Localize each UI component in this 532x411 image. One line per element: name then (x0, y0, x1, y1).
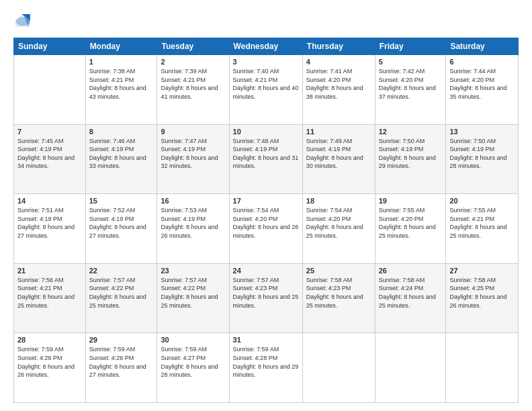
day-cell: 28Sunrise: 7:59 AMSunset: 4:26 PMDayligh… (14, 333, 86, 403)
day-number: 20 (449, 197, 515, 205)
header (13, 12, 519, 31)
day-info: Sunrise: 7:50 AMSunset: 4:19 PMDaylight:… (379, 137, 443, 171)
day-cell (446, 333, 519, 403)
day-cell: 29Sunrise: 7:59 AMSunset: 4:26 PMDayligh… (85, 333, 157, 403)
day-cell: 22Sunrise: 7:57 AMSunset: 4:22 PMDayligh… (85, 263, 157, 333)
day-cell: 11Sunrise: 7:49 AMSunset: 4:19 PMDayligh… (302, 124, 375, 194)
day-number: 24 (233, 267, 299, 275)
day-cell: 7Sunrise: 7:45 AMSunset: 4:19 PMDaylight… (14, 124, 86, 194)
day-cell: 19Sunrise: 7:55 AMSunset: 4:20 PMDayligh… (375, 194, 446, 264)
day-number: 11 (306, 128, 371, 136)
day-info: Sunrise: 7:51 AMSunset: 4:19 PMDaylight:… (17, 206, 82, 240)
day-info: Sunrise: 7:47 AMSunset: 4:19 PMDaylight:… (161, 137, 225, 171)
weekday-header-saturday: Saturday (446, 38, 519, 55)
day-cell: 30Sunrise: 7:59 AMSunset: 4:27 PMDayligh… (157, 333, 229, 403)
day-number: 8 (89, 128, 154, 136)
day-number: 5 (379, 58, 443, 66)
week-row-2: 7Sunrise: 7:45 AMSunset: 4:19 PMDaylight… (14, 124, 519, 194)
day-number: 10 (233, 128, 299, 136)
day-number: 16 (161, 197, 225, 205)
day-number: 7 (17, 128, 82, 136)
day-number: 9 (161, 128, 225, 136)
weekday-header-tuesday: Tuesday (157, 38, 229, 55)
day-number: 15 (89, 197, 154, 205)
day-info: Sunrise: 7:58 AMSunset: 4:24 PMDaylight:… (379, 276, 443, 310)
day-cell: 8Sunrise: 7:46 AMSunset: 4:19 PMDaylight… (85, 124, 157, 194)
day-cell (14, 55, 86, 125)
day-number: 29 (89, 336, 154, 344)
day-number: 3 (233, 58, 299, 66)
day-number: 26 (379, 267, 443, 275)
week-row-3: 14Sunrise: 7:51 AMSunset: 4:19 PMDayligh… (14, 194, 519, 264)
day-info: Sunrise: 7:57 AMSunset: 4:22 PMDaylight:… (89, 276, 154, 310)
day-cell: 10Sunrise: 7:48 AMSunset: 4:19 PMDayligh… (229, 124, 302, 194)
day-number: 25 (306, 267, 371, 275)
day-number: 22 (89, 267, 154, 275)
day-info: Sunrise: 7:55 AMSunset: 4:20 PMDaylight:… (379, 206, 443, 240)
week-row-5: 28Sunrise: 7:59 AMSunset: 4:26 PMDayligh… (14, 333, 519, 403)
day-info: Sunrise: 7:39 AMSunset: 4:21 PMDaylight:… (161, 67, 225, 101)
day-info: Sunrise: 7:59 AMSunset: 4:28 PMDaylight:… (233, 345, 299, 379)
day-info: Sunrise: 7:52 AMSunset: 4:19 PMDaylight:… (89, 206, 154, 240)
week-row-4: 21Sunrise: 7:56 AMSunset: 4:21 PMDayligh… (14, 263, 519, 333)
day-info: Sunrise: 7:59 AMSunset: 4:26 PMDaylight:… (89, 345, 154, 379)
day-number: 23 (161, 267, 225, 275)
day-info: Sunrise: 7:58 AMSunset: 4:25 PMDaylight:… (449, 276, 515, 310)
weekday-header-sunday: Sunday (14, 38, 86, 55)
day-cell: 24Sunrise: 7:57 AMSunset: 4:23 PMDayligh… (229, 263, 302, 333)
day-info: Sunrise: 7:44 AMSunset: 4:20 PMDaylight:… (449, 67, 515, 101)
day-cell: 3Sunrise: 7:40 AMSunset: 4:21 PMDaylight… (229, 55, 302, 125)
day-cell: 25Sunrise: 7:58 AMSunset: 4:23 PMDayligh… (302, 263, 375, 333)
day-number: 27 (449, 267, 515, 275)
day-cell: 18Sunrise: 7:54 AMSunset: 4:20 PMDayligh… (302, 194, 375, 264)
day-info: Sunrise: 7:42 AMSunset: 4:20 PMDaylight:… (379, 67, 443, 101)
day-number: 1 (89, 58, 154, 66)
day-cell: 16Sunrise: 7:53 AMSunset: 4:19 PMDayligh… (157, 194, 229, 264)
day-number: 19 (379, 197, 443, 205)
day-cell (375, 333, 446, 403)
day-number: 18 (306, 197, 371, 205)
day-info: Sunrise: 7:59 AMSunset: 4:27 PMDaylight:… (161, 345, 225, 379)
day-number: 30 (161, 336, 225, 344)
day-number: 12 (379, 128, 443, 136)
day-info: Sunrise: 7:58 AMSunset: 4:23 PMDaylight:… (306, 276, 371, 310)
day-cell: 14Sunrise: 7:51 AMSunset: 4:19 PMDayligh… (14, 194, 86, 264)
day-info: Sunrise: 7:54 AMSunset: 4:20 PMDaylight:… (306, 206, 371, 240)
day-number: 13 (449, 128, 515, 136)
day-cell: 2Sunrise: 7:39 AMSunset: 4:21 PMDaylight… (157, 55, 229, 125)
day-info: Sunrise: 7:48 AMSunset: 4:19 PMDaylight:… (233, 137, 299, 171)
day-cell: 17Sunrise: 7:54 AMSunset: 4:20 PMDayligh… (229, 194, 302, 264)
weekday-header-wednesday: Wednesday (229, 38, 302, 55)
day-cell: 21Sunrise: 7:56 AMSunset: 4:21 PMDayligh… (14, 263, 86, 333)
day-info: Sunrise: 7:54 AMSunset: 4:20 PMDaylight:… (233, 206, 299, 240)
day-cell: 4Sunrise: 7:41 AMSunset: 4:20 PMDaylight… (302, 55, 375, 125)
day-info: Sunrise: 7:57 AMSunset: 4:22 PMDaylight:… (161, 276, 225, 310)
weekday-header-friday: Friday (375, 38, 446, 55)
day-number: 6 (449, 58, 515, 66)
day-cell: 9Sunrise: 7:47 AMSunset: 4:19 PMDaylight… (157, 124, 229, 194)
day-info: Sunrise: 7:59 AMSunset: 4:26 PMDaylight:… (17, 345, 82, 379)
day-info: Sunrise: 7:53 AMSunset: 4:19 PMDaylight:… (161, 206, 225, 240)
day-info: Sunrise: 7:46 AMSunset: 4:19 PMDaylight:… (89, 137, 154, 171)
page: SundayMondayTuesdayWednesdayThursdayFrid… (0, 0, 532, 411)
day-cell: 27Sunrise: 7:58 AMSunset: 4:25 PMDayligh… (446, 263, 519, 333)
day-number: 31 (233, 336, 299, 344)
day-cell: 6Sunrise: 7:44 AMSunset: 4:20 PMDaylight… (446, 55, 519, 125)
day-info: Sunrise: 7:45 AMSunset: 4:19 PMDaylight:… (17, 137, 82, 171)
day-info: Sunrise: 7:41 AMSunset: 4:20 PMDaylight:… (306, 67, 371, 101)
day-info: Sunrise: 7:57 AMSunset: 4:23 PMDaylight:… (233, 276, 299, 310)
weekday-header-thursday: Thursday (302, 38, 375, 55)
weekday-header-row: SundayMondayTuesdayWednesdayThursdayFrid… (14, 38, 519, 55)
day-cell: 13Sunrise: 7:50 AMSunset: 4:19 PMDayligh… (446, 124, 519, 194)
day-number: 14 (17, 197, 82, 205)
day-number: 2 (161, 58, 225, 66)
day-cell: 15Sunrise: 7:52 AMSunset: 4:19 PMDayligh… (85, 194, 157, 264)
logo (13, 12, 34, 31)
day-cell: 31Sunrise: 7:59 AMSunset: 4:28 PMDayligh… (229, 333, 302, 403)
day-info: Sunrise: 7:40 AMSunset: 4:21 PMDaylight:… (233, 67, 299, 101)
logo-icon (13, 12, 32, 31)
day-cell: 5Sunrise: 7:42 AMSunset: 4:20 PMDaylight… (375, 55, 446, 125)
day-cell: 20Sunrise: 7:55 AMSunset: 4:21 PMDayligh… (446, 194, 519, 264)
day-cell (302, 333, 375, 403)
day-cell: 23Sunrise: 7:57 AMSunset: 4:22 PMDayligh… (157, 263, 229, 333)
